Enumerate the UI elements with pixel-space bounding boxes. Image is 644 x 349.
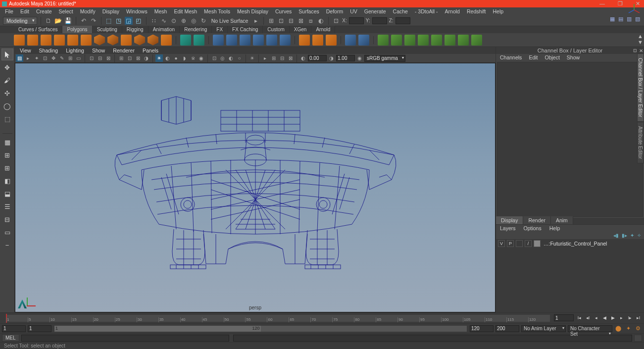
y-field[interactable]	[372, 17, 387, 24]
image-plane-icon[interactable]: ⊡	[41, 54, 49, 62]
save-scene-icon[interactable]: 💾	[64, 17, 72, 25]
poly-cone-icon[interactable]	[54, 35, 65, 46]
bool-subtract-icon[interactable]	[391, 35, 402, 46]
ao-icon[interactable]: ●	[172, 54, 180, 62]
channel-box-icon[interactable]: ▧	[635, 16, 642, 23]
motion-blur-icon[interactable]: ◗	[181, 54, 188, 62]
channel-menu-object[interactable]: Object	[542, 54, 562, 60]
shadows-icon[interactable]: ◐	[164, 54, 171, 62]
step-back-frame-icon[interactable]: ◂	[593, 314, 600, 322]
hypershade-icon[interactable]: ◐	[317, 17, 325, 25]
snap-plane-icon[interactable]: ◎	[190, 17, 198, 25]
move-tool[interactable]: ✣	[2, 88, 13, 99]
layer-sub-layers[interactable]: Layers	[497, 225, 519, 231]
bookmark-icon[interactable]: ✦	[33, 54, 40, 62]
field-chart-icon[interactable]: ⊠	[104, 54, 112, 62]
vplayout2-icon[interactable]: ⊞	[270, 54, 277, 62]
character-set-selector[interactable]: No Character Set	[568, 325, 612, 332]
bool-union-icon[interactable]	[378, 35, 389, 46]
menu-modify[interactable]: Modify	[77, 8, 99, 14]
mirror-icon[interactable]	[280, 35, 291, 46]
command-input[interactable]	[21, 335, 229, 342]
range-end-outer[interactable]	[495, 325, 519, 332]
attribute-editor-icon[interactable]: ▤	[618, 16, 625, 23]
render-view-icon[interactable]: ⊡	[277, 17, 285, 25]
panel-menu-show[interactable]: Show	[88, 48, 109, 53]
single-pane-icon[interactable]: ⊞	[2, 150, 13, 160]
smooth-icon[interactable]	[253, 35, 264, 46]
wire-shaded-icon[interactable]: ⊠	[134, 54, 142, 62]
resolution-gate-icon[interactable]: ⊡	[88, 54, 95, 62]
anim-prefs-icon[interactable]: ⚙	[634, 325, 642, 333]
layer-name[interactable]: …:Futuristic_Control_Panel	[543, 241, 607, 247]
snap-grid-icon[interactable]: ∷	[150, 17, 158, 25]
menu-mesh[interactable]: Mesh	[151, 8, 170, 14]
two-pane-stack-icon[interactable]: ⬓	[2, 188, 13, 199]
poke-icon[interactable]	[458, 35, 469, 46]
vplayout1-icon[interactable]: ▸	[261, 54, 269, 62]
range-start-inner[interactable]	[28, 325, 51, 332]
scale-tool[interactable]: ⬚	[2, 113, 13, 124]
select-tool[interactable]	[2, 49, 13, 60]
grease-pencil-icon[interactable]: ✎	[58, 54, 65, 62]
step-forward-key-icon[interactable]: I▸	[626, 314, 634, 322]
step-forward-frame-icon[interactable]: ▸	[618, 314, 625, 322]
shelf-tab-rigging[interactable]: Rigging	[122, 26, 149, 33]
x-field[interactable]	[349, 17, 364, 24]
reduce-icon[interactable]	[266, 35, 277, 46]
snap-point-icon[interactable]: ⊙	[170, 17, 178, 25]
wireframe-shading-icon[interactable]: ⊞	[117, 54, 125, 62]
two-pane-side-icon[interactable]: ◧	[2, 175, 13, 186]
timeline-current-field[interactable]	[554, 314, 574, 321]
snap-projected-icon[interactable]: ⊕	[180, 17, 188, 25]
gamma-icon[interactable]: ◑	[328, 54, 335, 62]
select-component-icon[interactable]: ◲	[125, 17, 133, 25]
transform-toggle-icon[interactable]: ⊡	[332, 17, 340, 25]
menu--dtoall-[interactable]: - 3DtoAll -	[412, 8, 441, 14]
bridge-icon[interactable]	[312, 35, 323, 46]
exposure-field[interactable]	[308, 55, 327, 61]
open-scene-icon[interactable]: 📂	[54, 17, 62, 25]
gamma-field[interactable]	[336, 55, 355, 61]
multisample-icon[interactable]: ※	[189, 54, 197, 62]
extrude-icon[interactable]	[299, 35, 310, 46]
shelf-tab-animation[interactable]: Animation	[149, 26, 180, 33]
menu-arnold[interactable]: Arnold	[442, 8, 463, 14]
minus-icon[interactable]: −	[2, 240, 13, 250]
snap-live-icon[interactable]: ↻	[199, 17, 207, 25]
poly-cylinder-icon[interactable]	[41, 35, 51, 46]
extract-icon[interactable]	[240, 35, 250, 46]
maximize-button[interactable]: ❐	[616, 0, 625, 7]
bool-intersect-icon[interactable]	[404, 35, 415, 46]
menu-edit-mesh[interactable]: Edit Mesh	[171, 8, 200, 14]
append-poly-icon[interactable]	[431, 35, 442, 46]
redo-icon[interactable]: ↷	[90, 17, 98, 25]
range-track[interactable]: 1 120	[54, 326, 467, 332]
panel-menu-shading[interactable]: Shading	[35, 48, 62, 53]
poly-platonic-icon[interactable]	[148, 35, 158, 46]
play-forward-icon[interactable]: ▶	[609, 314, 617, 322]
fill-hole-icon[interactable]	[418, 35, 429, 46]
layer-tab-display[interactable]: Display	[496, 216, 523, 224]
panel-menu-view[interactable]: View	[16, 48, 35, 53]
xray-joints-icon[interactable]: ○	[236, 54, 243, 62]
construction-history-icon[interactable]: ⊞	[267, 17, 275, 25]
rotate-tool[interactable]: ◯	[2, 100, 13, 111]
panel-menu-panels[interactable]: Panels	[139, 48, 162, 53]
film-gate-icon[interactable]: ▭	[75, 54, 82, 62]
use-all-lights-icon[interactable]: ☀	[155, 54, 163, 62]
go-start-icon[interactable]: I◂	[576, 314, 583, 322]
menu-surfaces[interactable]: Surfaces	[296, 8, 322, 14]
live-surface-toggle-icon[interactable]: ▸	[252, 17, 260, 25]
four-pane-icon[interactable]: ⊞	[2, 162, 13, 173]
layer-playback-cell[interactable]: P	[507, 240, 514, 247]
tool-settings-icon[interactable]: ▥	[627, 16, 634, 23]
live-surface-label[interactable]: No Live Surface	[209, 18, 250, 24]
2d-pan-icon[interactable]: ✥	[50, 54, 57, 62]
multicut-icon[interactable]	[345, 35, 356, 46]
menu-windows[interactable]: Windows	[123, 8, 150, 14]
outliner-pane-icon[interactable]: ☰	[2, 201, 13, 212]
minimize-button[interactable]: —	[597, 0, 607, 7]
textured-icon[interactable]: ◑	[143, 54, 150, 62]
layer-move-up-icon[interactable]: ◂▮	[613, 233, 619, 238]
